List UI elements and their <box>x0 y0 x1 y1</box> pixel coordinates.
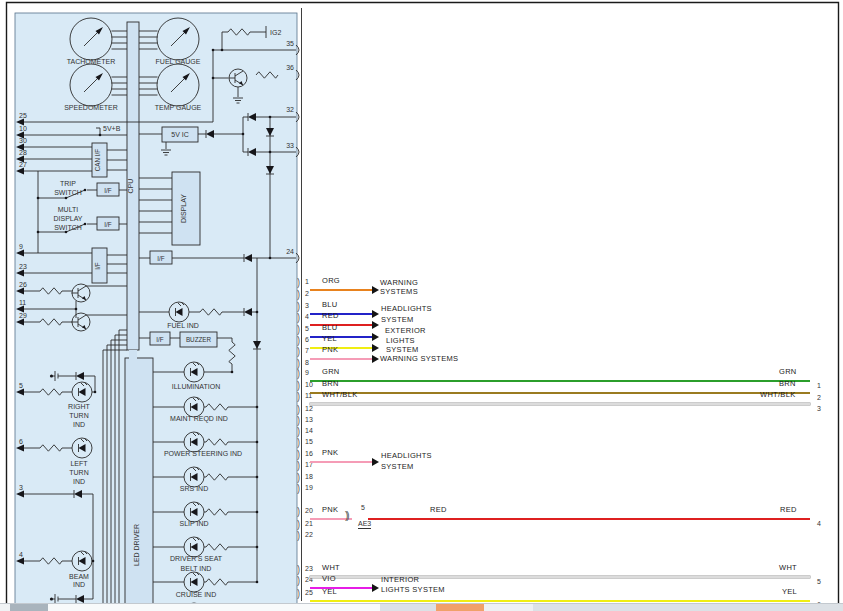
wire-color-label: ORG <box>322 277 340 285</box>
pin-hook: ) <box>297 405 300 415</box>
power-steering-label: POWER STEERING IND <box>164 450 242 457</box>
wire-color-label: GRN <box>322 368 340 376</box>
led-driver-label: LED DRIVER <box>133 524 140 566</box>
ig2-label: IG2 <box>270 29 281 36</box>
bottom-scrollbar[interactable] <box>0 603 843 611</box>
left-turn-label: TURN <box>69 469 88 476</box>
pin-number: 3 <box>305 302 309 309</box>
pin-hook: ) <box>297 290 300 300</box>
pin-number: 2 <box>305 290 309 297</box>
pin-number: 12 <box>305 405 313 412</box>
gauge-label: SPEEDOMETER <box>64 104 118 111</box>
wire-pnk <box>310 461 372 463</box>
wire-color-label: BRN <box>322 380 339 388</box>
5vb-label: 5V+B <box>103 125 121 132</box>
pin-number: 30 <box>19 137 27 144</box>
wire-color-label: BLU <box>322 324 338 332</box>
pin-hook: ) <box>297 565 300 575</box>
if-label: I/F <box>157 255 164 262</box>
illumination-label: ILLUMINATION <box>172 383 221 390</box>
buzzer-label: BUZZER <box>186 336 212 343</box>
scrollbar-segment[interactable] <box>0 604 10 611</box>
seat-belt-label: DRIVER'S SEAT <box>170 555 223 562</box>
multi-switch-label: MULTI <box>58 206 79 213</box>
pin-number: 18 <box>305 473 313 480</box>
scrollbar-segment[interactable] <box>484 604 533 611</box>
srs-label: SRS IND <box>180 485 208 492</box>
dest-arrow-icon <box>372 355 379 363</box>
if-label: I/F <box>156 336 163 343</box>
wire-red <box>310 324 372 326</box>
pin-hook: ) <box>297 473 300 483</box>
pin-number: 13 <box>305 416 313 423</box>
right-pin-number: 2 <box>817 394 821 401</box>
pin-number: 25 <box>19 112 27 119</box>
pin-number: 22 <box>305 531 313 538</box>
dest-arrow-icon <box>372 310 379 318</box>
dest-arrow-icon <box>372 286 379 294</box>
splice-marks: )) <box>345 511 348 521</box>
pin-number: 33 <box>286 142 294 149</box>
scrollbar-marker[interactable] <box>436 604 484 611</box>
pin-number: 10 <box>305 381 313 388</box>
wire-yel <box>310 600 810 602</box>
wire-red <box>368 518 810 520</box>
pin-number: 35 <box>286 40 294 47</box>
wire-color-label: RED <box>322 312 339 320</box>
scrollbar-segment[interactable] <box>10 604 48 611</box>
multi-switch-label: DISPLAY <box>53 215 82 222</box>
dest-label: SYSTEM <box>381 463 414 471</box>
pin-hook: ) <box>297 416 300 426</box>
pin-number: 16 <box>305 450 313 457</box>
scrollbar-segment[interactable] <box>380 604 436 611</box>
wire-org <box>310 289 372 291</box>
pin-number: 7 <box>305 347 309 354</box>
pin-number: 27 <box>19 161 27 168</box>
slip-label: SLIP IND <box>179 520 208 527</box>
connector-column-line <box>301 8 302 601</box>
pin-hook: ) <box>297 381 300 391</box>
scrollbar-segment[interactable] <box>48 604 380 611</box>
pin-number: 23 <box>19 263 27 270</box>
wire-color-label: WHT/BLK <box>322 391 357 399</box>
dest-label: WARNING SYSTEMS <box>380 355 458 363</box>
scrollbar-segment[interactable] <box>533 604 843 611</box>
right-pin-number: 5 <box>817 578 821 585</box>
display-label: DISPLAY <box>180 194 187 223</box>
cpu-label: CPU <box>127 179 134 194</box>
wire-vio <box>310 587 372 589</box>
pin-number: 4 <box>305 313 309 320</box>
dest-label: HEADLIGHTS <box>381 305 432 313</box>
trip-switch-label: TRIP <box>60 180 76 187</box>
pin-number: 24 <box>286 248 294 255</box>
pin-number: 6 <box>19 438 23 445</box>
pin-hook: ) <box>297 589 300 599</box>
pin-hook: ) <box>297 484 300 494</box>
pin-hook: ) <box>297 325 300 335</box>
pin-number: 10 <box>19 125 27 132</box>
if-label: I/F <box>104 221 111 228</box>
wire-color-label: PNK <box>322 449 338 457</box>
dest-arrow-icon <box>372 333 379 341</box>
pin-number: 23 <box>305 565 313 572</box>
pin-hook: ) <box>297 278 300 288</box>
dest-arrow-icon <box>372 584 379 592</box>
splice-code: AE3 <box>358 520 371 529</box>
dest-arrow-icon <box>372 321 379 329</box>
wire-color-label: WHT/BLK <box>760 391 795 399</box>
wiring-diagram-page: TACHOMETER FUEL GAUGE SPEEDOMETER TEMP G… <box>0 0 843 611</box>
pin-number: 9 <box>19 243 23 250</box>
splice-pin-number: 5 <box>361 504 365 511</box>
pin-number: 5 <box>19 382 23 389</box>
pin-number: 11 <box>19 299 26 306</box>
led-driver-block <box>125 358 153 611</box>
wire-color-label: RED <box>430 506 447 514</box>
wire-color-label: WHT <box>779 564 797 572</box>
dest-arrow-icon <box>372 458 379 466</box>
wire-color-label: GRN <box>779 368 797 376</box>
pin-hook: ) <box>297 336 300 346</box>
pin-number: 6 <box>305 336 309 343</box>
wire-color-label: RED <box>780 506 797 514</box>
pin-hook: ) <box>297 392 300 402</box>
dest-label: WARNING <box>380 279 418 287</box>
